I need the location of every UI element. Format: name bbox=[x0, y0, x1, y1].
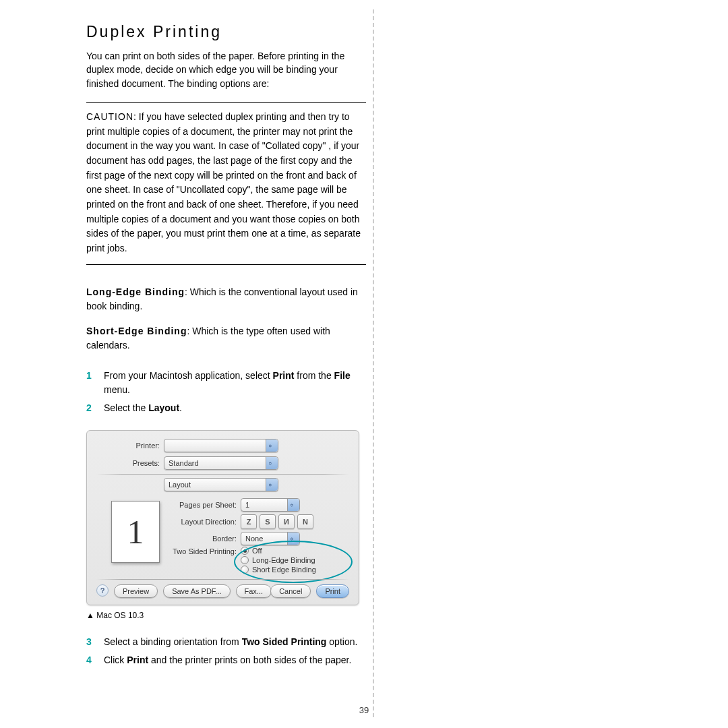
right-buttons: Cancel Print bbox=[270, 584, 349, 598]
radio-icon bbox=[241, 566, 249, 574]
caution-label: CAUTION bbox=[86, 111, 133, 122]
save-pdf-button[interactable]: Save As PDF... bbox=[163, 584, 230, 598]
dir-btn-4[interactable]: N bbox=[297, 514, 313, 529]
dir-btn-3[interactable]: И bbox=[278, 514, 295, 529]
chevron-down-icon bbox=[287, 533, 299, 545]
help-button[interactable]: ? bbox=[96, 584, 109, 597]
radio-icon bbox=[241, 547, 249, 555]
divider bbox=[96, 579, 349, 580]
pps-row: Pages per Sheet: 1 bbox=[172, 498, 300, 512]
content-column: Duplex Printing You can print on both si… bbox=[86, 23, 366, 682]
step-text: Select the Layout. bbox=[104, 401, 366, 415]
radio-off[interactable]: Off bbox=[241, 547, 316, 555]
pps-label: Pages per Sheet: bbox=[172, 501, 237, 509]
step-text: Click Print and the printer prints on bo… bbox=[104, 653, 366, 667]
page-number: 39 bbox=[0, 705, 728, 715]
step-2: 2 Select the Layout. bbox=[86, 401, 366, 415]
presets-dropdown[interactable]: Standard bbox=[164, 456, 278, 470]
short-edge-para: Short-Edge Binding: Which is the type of… bbox=[86, 324, 366, 353]
long-edge-label: Long-Edge Binding bbox=[86, 286, 185, 297]
border-row: Border: None bbox=[172, 532, 300, 545]
section-row: Layout bbox=[164, 478, 278, 491]
radio-long-edge[interactable]: Long-Edge Binding bbox=[241, 556, 316, 564]
step-number: 4 bbox=[86, 653, 104, 667]
caution-box: CAUTION: If you have selected duplex pri… bbox=[86, 102, 366, 265]
intro-paragraph: You can print on both sides of the paper… bbox=[86, 49, 366, 90]
heading-duplex: Duplex Printing bbox=[86, 23, 366, 41]
layout-direction-buttons: Z S И N bbox=[241, 514, 313, 529]
tsp-row: Two Sided Printing: Off Long-Edge Bindin… bbox=[172, 547, 316, 575]
print-dialog: Printer: Presets: Standard Layout 1 Page… bbox=[86, 430, 359, 605]
printer-row: Printer: bbox=[113, 439, 278, 452]
dir-btn-1[interactable]: Z bbox=[241, 514, 257, 529]
border-label: Border: bbox=[172, 535, 237, 543]
tsp-options: Off Long-Edge Binding Short Edge Binding bbox=[241, 547, 316, 575]
step-number: 1 bbox=[86, 369, 104, 383]
short-edge-label: Short-Edge Binding bbox=[86, 326, 187, 336]
screenshot-caption: ▲ Mac OS 10.3 bbox=[86, 611, 366, 620]
preview-button[interactable]: Preview bbox=[114, 584, 158, 598]
steps-list-b: 3 Select a binding orientation from Two … bbox=[86, 635, 366, 667]
step-3: 3 Select a binding orientation from Two … bbox=[86, 635, 366, 649]
long-edge-para: Long-Edge Binding: Which is the conventi… bbox=[86, 285, 366, 313]
step-number: 3 bbox=[86, 635, 104, 649]
steps-list-a: 1 From your Macintosh application, selec… bbox=[86, 369, 366, 415]
step-4: 4 Click Print and the printer prints on … bbox=[86, 653, 366, 667]
caution-text: : If you have selected duplex printing a… bbox=[86, 111, 361, 253]
print-button[interactable]: Print bbox=[316, 584, 349, 598]
page-preview-thumb: 1 bbox=[111, 501, 160, 563]
radio-short-edge[interactable]: Short Edge Binding bbox=[241, 566, 316, 574]
chevron-updown-icon bbox=[266, 439, 278, 452]
radio-icon bbox=[241, 556, 249, 564]
column-divider bbox=[373, 9, 374, 717]
tsp-label: Two Sided Printing: bbox=[172, 547, 237, 555]
chevron-updown-icon bbox=[287, 499, 299, 511]
presets-row: Presets: Standard bbox=[113, 456, 278, 470]
printer-dropdown[interactable] bbox=[164, 439, 278, 452]
presets-label: Presets: bbox=[113, 459, 160, 467]
printer-label: Printer: bbox=[113, 442, 160, 450]
cancel-button[interactable]: Cancel bbox=[270, 584, 311, 598]
dir-label: Layout Direction: bbox=[172, 518, 237, 526]
dir-btn-2[interactable]: S bbox=[260, 514, 276, 529]
fax-button[interactable]: Fax... bbox=[236, 584, 272, 598]
left-buttons: ? Preview Save As PDF... Fax... bbox=[96, 584, 272, 598]
chevron-updown-icon bbox=[266, 457, 278, 469]
step-number: 2 bbox=[86, 401, 104, 415]
step-text: Select a binding orientation from Two Si… bbox=[104, 635, 366, 649]
dir-row: Layout Direction: Z S И N bbox=[172, 514, 313, 529]
chevron-updown-icon bbox=[266, 479, 278, 491]
step-1: 1 From your Macintosh application, selec… bbox=[86, 369, 366, 397]
divider bbox=[96, 474, 349, 475]
step-text: From your Macintosh application, select … bbox=[104, 369, 366, 397]
border-dropdown[interactable]: None bbox=[241, 532, 300, 545]
section-dropdown[interactable]: Layout bbox=[164, 478, 278, 491]
pps-dropdown[interactable]: 1 bbox=[241, 498, 300, 512]
